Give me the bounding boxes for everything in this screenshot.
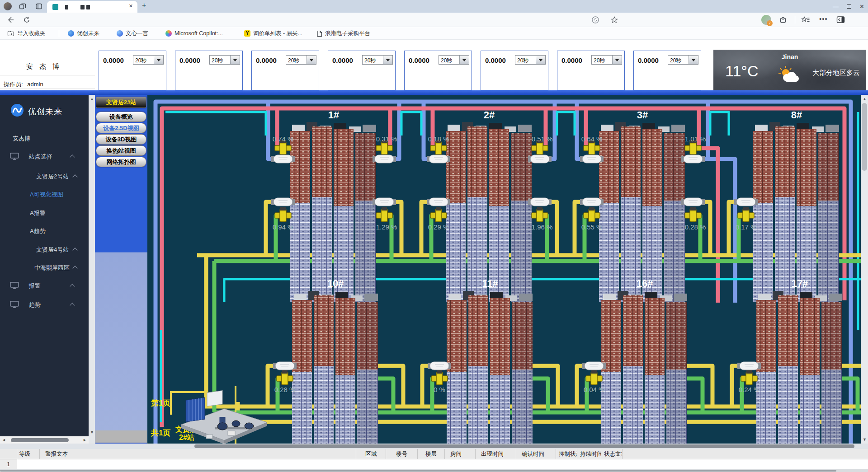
scroll-down-icon[interactable]: ▼	[90, 430, 94, 435]
row-number: 1	[0, 459, 17, 469]
menu-button-device-3d-view[interactable]: 设备3D视图	[96, 134, 146, 145]
sidebar-toggle-icon[interactable]	[836, 16, 845, 23]
building-tower[interactable]	[753, 122, 839, 302]
bookmark-item[interactable]: 文心一言	[117, 27, 148, 40]
workspaces-icon[interactable]	[19, 3, 26, 10]
chevron-up-icon	[72, 248, 77, 252]
bookmark-item[interactable]: 浪潮电子采购平台	[316, 27, 370, 40]
bookmark-import[interactable]: 导入收藏夹	[7, 27, 46, 40]
refresh-icon[interactable]	[23, 16, 31, 24]
flow-meter-icon[interactable]	[428, 362, 451, 370]
sidebar-item-zhonghai[interactable]: 中海熙岸西区	[34, 264, 70, 272]
flow-meter-icon[interactable]	[273, 362, 297, 370]
bookmark-item[interactable]: Y 询价单列表 - 易买...	[244, 27, 302, 40]
scroll-up-icon[interactable]: ▲	[90, 97, 94, 101]
dropdown-arrow-icon[interactable]	[383, 56, 392, 64]
table-horizontal-scrollbar[interactable]	[0, 469, 868, 472]
dropdown-arrow-icon[interactable]	[459, 56, 469, 64]
sidebar-vertical-scrollbar[interactable]: ▲ ▼	[89, 95, 95, 444]
period-dropdown[interactable]: 20秒	[439, 55, 469, 65]
dropdown-arrow-icon[interactable]	[689, 56, 698, 64]
period-dropdown[interactable]: 20秒	[133, 55, 164, 65]
scroll-down-icon[interactable]: ▼	[863, 437, 867, 442]
sidebar-item-station-2[interactable]: 文贤居2号站	[36, 173, 69, 181]
address-bar-action-icon[interactable]	[591, 16, 599, 24]
dropdown-arrow-icon[interactable]	[230, 56, 240, 64]
flow-meter-icon[interactable]	[271, 155, 295, 163]
flow-meter-icon[interactable]	[373, 155, 396, 163]
flow-meter-icon[interactable]	[528, 155, 552, 163]
scrollbar-thumb[interactable]	[11, 438, 69, 442]
sidebar-horizontal-scrollbar[interactable]: ◄ ►	[0, 436, 89, 444]
sidebar-item-visual-view[interactable]: A可视化视图	[30, 191, 63, 199]
dropdown-arrow-icon[interactable]	[307, 56, 316, 64]
settings-more-icon[interactable]: •••	[819, 15, 828, 23]
account-avatar[interactable]: 7	[761, 15, 771, 25]
period-dropdown[interactable]: 20秒	[209, 55, 240, 65]
sidebar-item-station-4[interactable]: 文贤居4号站	[36, 246, 69, 254]
flow-meter-icon[interactable]	[737, 362, 761, 370]
canvas-horizontal-scrollbar[interactable]	[0, 444, 868, 449]
maximize-button[interactable]	[847, 4, 851, 9]
flow-meter-icon[interactable]	[734, 198, 758, 206]
sidebar-item-alarm[interactable]: 报警	[10, 282, 41, 290]
alarm-table-row[interactable]: 1	[0, 459, 868, 469]
tab-close-icon[interactable]: ✕	[129, 3, 133, 9]
flow-meter-icon[interactable]	[681, 198, 705, 206]
menu-button-heat-station-view[interactable]: 换热站视图	[96, 145, 146, 156]
minimize-button[interactable]: —	[833, 3, 839, 10]
station-title-button[interactable]: 文贤居2#站	[96, 97, 146, 108]
menu-button-network-topology[interactable]: 网络拓扑图	[96, 157, 146, 167]
period-dropdown[interactable]: 20秒	[362, 55, 393, 65]
scrollbar-thumb[interactable]	[194, 444, 854, 448]
favorites-icon[interactable]	[801, 16, 810, 24]
period-dropdown[interactable]: 20秒	[668, 55, 698, 65]
application-window: ✕ + — ✕ https:// ..uarto.com 搜索 7	[0, 0, 868, 472]
flow-meter-icon[interactable]	[427, 155, 450, 163]
sidebar-item-site-select[interactable]: 站点选择	[10, 153, 52, 161]
dropdown-arrow-icon[interactable]	[536, 56, 545, 64]
scrollbar-thumb[interactable]	[862, 103, 867, 171]
flow-meter-icon[interactable]	[582, 362, 606, 370]
scrollbar-thumb[interactable]	[0, 470, 836, 472]
dropdown-arrow-icon[interactable]	[154, 56, 163, 64]
bookmark-favicon: Y	[244, 30, 250, 37]
loss-percent: 0.18 %	[428, 135, 449, 143]
period-dropdown[interactable]: 20秒	[515, 55, 546, 65]
sidebar-item-trend-a[interactable]: A趋势	[30, 227, 46, 235]
building-tower[interactable]	[599, 122, 685, 302]
flow-meter-icon[interactable]	[580, 198, 604, 206]
flow-meter-icon[interactable]	[271, 198, 295, 206]
back-icon[interactable]	[6, 16, 14, 24]
canvas-vertical-scrollbar[interactable]: ▲ ▼	[861, 95, 868, 444]
close-window-button[interactable]: ✕	[859, 3, 864, 10]
new-tab-button[interactable]: +	[142, 1, 146, 9]
add-favorite-icon[interactable]	[610, 16, 618, 24]
browser-tab-active[interactable]: ✕	[47, 1, 137, 13]
scroll-up-icon[interactable]: ▲	[863, 97, 867, 101]
period-dropdown[interactable]: 20秒	[286, 55, 316, 65]
menu-button-device-overview[interactable]: 设备概览	[96, 112, 146, 122]
building-tower[interactable]	[446, 122, 532, 302]
bookmark-item[interactable]: 优创未来	[68, 27, 99, 40]
flow-meter-icon[interactable]	[427, 198, 450, 206]
menu-button-device-25d-view[interactable]: 设备2.5D视图	[96, 123, 146, 133]
extensions-icon[interactable]	[779, 16, 787, 23]
flow-meter-icon[interactable]	[580, 155, 604, 163]
heat-station-group[interactable]: 第1页 共1页 文贤居 2#站	[151, 386, 267, 444]
vertical-tabs-icon[interactable]	[35, 3, 42, 10]
chevron-up-icon	[70, 303, 75, 308]
browser-profile-avatar[interactable]	[4, 2, 12, 10]
building-tower[interactable]	[290, 122, 376, 302]
flow-meter-icon[interactable]	[528, 198, 552, 206]
dropdown-arrow-icon[interactable]	[612, 56, 622, 64]
scroll-left-icon[interactable]: ◄	[2, 438, 6, 442]
scroll-right-icon[interactable]: ►	[83, 438, 87, 442]
period-dropdown[interactable]: 20秒	[591, 55, 622, 65]
flow-meter-icon[interactable]	[373, 198, 396, 206]
flow-meter-icon[interactable]	[681, 155, 705, 163]
scada-canvas[interactable]: 1# 2# 3# 8# 10# 11# 16# 17# 0.74 % 0.31 …	[147, 95, 861, 444]
sidebar-item-trend[interactable]: 趋势	[10, 301, 41, 309]
bookmark-item[interactable]: Microsoft Copilot:...	[165, 27, 223, 40]
sidebar-item-alarm-a[interactable]: A报警	[30, 209, 46, 217]
